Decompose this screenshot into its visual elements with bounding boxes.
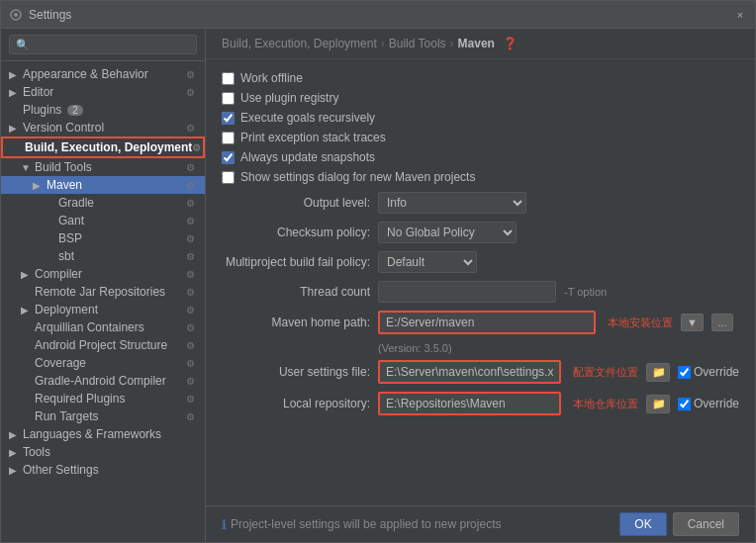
nav-arrow-deployment: ▶ <box>21 305 33 316</box>
nav-item-inner-arquillian: Arquillian Containers⚙ <box>21 320 197 334</box>
checkbox-use-plugin-registry[interactable] <box>222 92 235 105</box>
nav-item-inner-remote-jar: Remote Jar Repositories⚙ <box>21 285 197 299</box>
maven-home-browse-btn[interactable]: ... <box>711 314 733 331</box>
nav-arrow-version-control: ▶ <box>9 123 21 134</box>
sidebar-item-languages[interactable]: ▶Languages & Frameworks <box>1 425 205 443</box>
multiproject-select[interactable]: DefaultFail FastFail At EndNever Fail <box>378 251 477 273</box>
breadcrumb-sep-2: › <box>450 37 454 50</box>
checkbox-label-print-exception: Print exception stack traces <box>240 131 386 144</box>
checkbox-label-execute-goals: Execute goals recursively <box>240 111 375 125</box>
cancel-button[interactable]: Cancel <box>673 512 739 536</box>
checkbox-row-always-update: Always update snapshots <box>222 150 739 164</box>
checksum-policy-label: Checksum policy: <box>222 226 370 239</box>
sidebar-item-appearance[interactable]: ▶Appearance & Behavior⚙ <box>1 65 205 83</box>
user-settings-override-check[interactable] <box>678 366 691 379</box>
checkbox-execute-goals[interactable] <box>222 112 235 125</box>
nav-label-android-project: Android Project Structure <box>35 338 167 352</box>
sidebar-item-version-control[interactable]: ▶Version Control⚙ <box>1 119 205 136</box>
user-settings-annotation: 配置文件位置 <box>573 365 638 380</box>
sidebar-item-arquillian[interactable]: Arquillian Containers⚙ <box>1 318 205 336</box>
user-settings-browse-btn[interactable]: 📁 <box>646 363 670 382</box>
breadcrumb-help-icon: ❓ <box>503 37 518 50</box>
sidebar-item-gradle[interactable]: Gradle⚙ <box>1 194 205 212</box>
nav-label-compiler: Compiler <box>35 267 82 281</box>
local-repo-browse-btn[interactable]: 📁 <box>646 395 670 413</box>
nav-item-inner-build-tools: ▼Build Tools⚙ <box>21 160 197 174</box>
user-settings-input[interactable] <box>378 360 561 384</box>
nav-item-inner-editor: ▶Editor⚙ <box>9 85 197 99</box>
nav-item-inner-other-settings: ▶Other Settings <box>9 463 197 477</box>
main-content: ▶Appearance & Behavior⚙▶Editor⚙Plugins2▶… <box>1 29 755 542</box>
checkbox-label-work-offline: Work offline <box>240 71 303 85</box>
nav-label-appearance: Appearance & Behavior <box>23 67 148 81</box>
maven-home-label: Maven home path: <box>222 316 370 329</box>
checkbox-row-use-plugin-registry: Use plugin registry <box>222 91 739 105</box>
breadcrumb: Build, Execution, Deployment › Build Too… <box>206 29 755 59</box>
maven-home-input[interactable] <box>378 311 596 334</box>
sidebar-item-maven[interactable]: ▶Maven⚙ <box>1 176 205 194</box>
sidebar-item-plugins[interactable]: Plugins2 <box>1 101 205 119</box>
local-repo-input[interactable] <box>378 392 561 415</box>
sidebar-item-bsp[interactable]: BSP⚙ <box>1 229 205 247</box>
sidebar-item-tools[interactable]: ▶Tools <box>1 443 205 461</box>
gear-icon-sbt: ⚙ <box>186 251 195 262</box>
checkbox-print-exception[interactable] <box>222 132 235 144</box>
local-repo-row: Local repository: 本地仓库位置 📁 Override <box>222 392 739 415</box>
nav-arrow-other-settings: ▶ <box>9 465 21 476</box>
sidebar-item-compiler[interactable]: ▶Compiler⚙ <box>1 265 205 283</box>
ok-button[interactable]: OK <box>619 512 666 536</box>
sidebar-item-required-plugins[interactable]: Required Plugins⚙ <box>1 390 205 407</box>
sidebar-item-remote-jar[interactable]: Remote Jar Repositories⚙ <box>1 283 205 301</box>
nav-item-inner-bsp: BSP⚙ <box>45 231 197 245</box>
gear-icon-gradle: ⚙ <box>186 198 195 209</box>
breadcrumb-sep-1: › <box>381 37 385 50</box>
nav-item-inner-gradle-android: Gradle-Android Compiler⚙ <box>21 374 197 388</box>
nav-label-required-plugins: Required Plugins <box>35 392 125 406</box>
checksum-policy-select[interactable]: No Global PolicyFailWarnIgnore <box>378 222 517 243</box>
gear-icon-remote-jar: ⚙ <box>186 287 195 298</box>
nav-label-maven: Maven <box>47 178 82 192</box>
sidebar-item-other-settings[interactable]: ▶Other Settings <box>1 461 205 479</box>
checkbox-row-show-settings-dialog: Show settings dialog for new Maven proje… <box>222 170 739 184</box>
sidebar-item-android-project[interactable]: Android Project Structure⚙ <box>1 336 205 354</box>
checkbox-always-update[interactable] <box>222 151 235 164</box>
sidebar-item-build-tools[interactable]: ▼Build Tools⚙ <box>1 158 205 176</box>
sidebar-item-gant[interactable]: Gant⚙ <box>1 212 205 229</box>
search-input[interactable] <box>9 35 197 54</box>
sidebar-item-sbt[interactable]: sbt⚙ <box>1 247 205 265</box>
nav-label-tools: Tools <box>23 445 50 459</box>
title-bar: Settings × <box>1 1 755 29</box>
sidebar-item-deployment[interactable]: ▶Deployment⚙ <box>1 301 205 318</box>
settings-content: Work offlineUse plugin registryExecute g… <box>206 59 755 505</box>
maven-home-dropdown-btn[interactable]: ▼ <box>681 314 704 331</box>
local-repo-override-check[interactable] <box>678 398 691 410</box>
close-button[interactable]: × <box>733 8 747 22</box>
nav-label-arquillian: Arquillian Containers <box>35 320 144 334</box>
sidebar-item-coverage[interactable]: Coverage⚙ <box>1 354 205 372</box>
gear-icon-editor: ⚙ <box>186 87 195 98</box>
settings-window: Settings × ▶Appearance & Behavior⚙▶Edito… <box>0 0 756 543</box>
bottom-hint: ℹ Project-level settings will be applied… <box>222 517 501 532</box>
nav-item-inner-compiler: ▶Compiler⚙ <box>21 267 197 281</box>
output-level-row: Output level: InfoDebugQuiet <box>222 192 739 214</box>
sidebar-item-run-targets[interactable]: Run Targets⚙ <box>1 407 205 425</box>
checkbox-show-settings-dialog[interactable] <box>222 171 235 184</box>
thread-count-input[interactable] <box>378 281 556 303</box>
gear-icon-appearance: ⚙ <box>186 69 195 80</box>
checkbox-label-use-plugin-registry: Use plugin registry <box>240 91 338 105</box>
nav-label-bsp: BSP <box>58 231 82 245</box>
nav-item-inner-plugins: Plugins2 <box>9 103 197 117</box>
nav-label-version-control: Version Control <box>23 121 104 135</box>
gear-icon-maven: ⚙ <box>186 180 195 191</box>
nav-tree: ▶Appearance & Behavior⚙▶Editor⚙Plugins2▶… <box>1 61 205 542</box>
checkbox-work-offline[interactable] <box>222 72 235 85</box>
gear-icon-build-tools: ⚙ <box>186 162 195 173</box>
sidebar-item-gradle-android[interactable]: Gradle-Android Compiler⚙ <box>1 372 205 390</box>
nav-item-inner-run-targets: Run Targets⚙ <box>21 409 197 423</box>
sidebar-item-editor[interactable]: ▶Editor⚙ <box>1 83 205 101</box>
sidebar-item-build-exec-deploy[interactable]: Build, Execution, Deployment⚙ <box>1 136 205 158</box>
output-level-label: Output level: <box>222 196 370 210</box>
output-level-select[interactable]: InfoDebugQuiet <box>378 192 526 214</box>
window-title: Settings <box>29 8 733 22</box>
nav-label-plugins: Plugins <box>23 103 61 117</box>
